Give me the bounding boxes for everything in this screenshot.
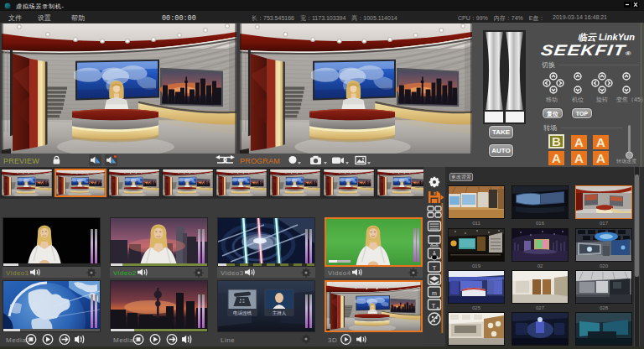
svg-text:主持人: 主持人 [273,310,287,316]
svg-text:a: a [437,305,439,310]
svg-text:T: T [432,302,436,310]
svg-text:T: T [433,264,437,272]
svg-text:电话连线: 电话连线 [233,310,252,316]
svg-text:m: m [432,290,437,296]
